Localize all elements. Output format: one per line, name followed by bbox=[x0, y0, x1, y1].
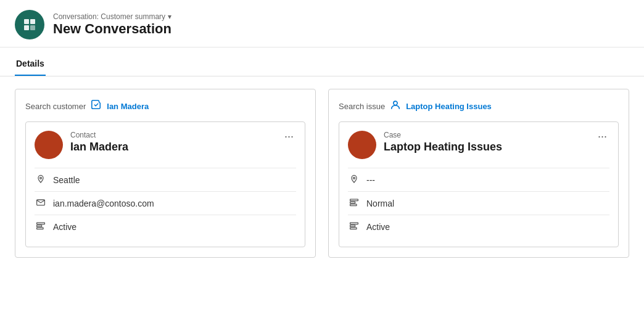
svg-rect-0 bbox=[24, 19, 29, 24]
issue-card-details: --- Normal bbox=[348, 168, 609, 238]
issue-priority-row: Normal bbox=[348, 191, 609, 215]
issue-avatar bbox=[348, 131, 376, 159]
svg-rect-15 bbox=[350, 225, 355, 226]
issue-id-value: --- bbox=[366, 175, 375, 185]
svg-rect-6 bbox=[37, 223, 45, 224]
main-content: Search customer Ian Madera Contact Ian M… bbox=[0, 76, 644, 270]
app-logo bbox=[15, 10, 44, 39]
customer-search-row: Search customer Ian Madera bbox=[25, 99, 305, 113]
location-icon bbox=[35, 174, 47, 186]
issue-card: Case Laptop Heating Issues ··· --- bbox=[339, 121, 619, 247]
svg-rect-2 bbox=[24, 25, 29, 30]
svg-rect-14 bbox=[350, 223, 358, 224]
customer-card-header: Contact Ian Madera ··· bbox=[35, 131, 296, 159]
svg-rect-3 bbox=[30, 25, 35, 30]
chevron-down-icon: ▾ bbox=[168, 12, 171, 21]
customer-card: Contact Ian Madera ··· Seattle bbox=[25, 121, 305, 247]
email-icon bbox=[35, 197, 47, 209]
issue-status-value: Active bbox=[366, 222, 390, 232]
svg-rect-16 bbox=[350, 228, 357, 229]
issue-status-row: Active bbox=[348, 215, 609, 238]
svg-point-9 bbox=[394, 101, 397, 105]
header-title: New Conversation bbox=[53, 21, 171, 37]
customer-panel: Search customer Ian Madera Contact Ian M… bbox=[15, 89, 316, 258]
customer-avatar bbox=[35, 131, 63, 159]
svg-point-10 bbox=[353, 177, 355, 179]
svg-rect-8 bbox=[37, 228, 43, 229]
customer-status-row: Active bbox=[35, 215, 296, 238]
tabs-bar: Details bbox=[0, 52, 644, 76]
issue-priority-value: Normal bbox=[366, 199, 394, 208]
customer-search-label: Search customer bbox=[25, 102, 86, 111]
issue-card-header: Case Laptop Heating Issues ··· bbox=[348, 131, 609, 159]
customer-status-icon bbox=[35, 221, 47, 232]
customer-name: Ian Madera bbox=[70, 141, 282, 154]
case-id-icon bbox=[348, 174, 360, 186]
customer-more-button[interactable]: ··· bbox=[282, 131, 296, 142]
issue-search-row: Search issue Laptop Heating Issues bbox=[339, 99, 619, 113]
header-text-block: Conversation: Customer summary ▾ New Con… bbox=[53, 12, 171, 37]
svg-rect-13 bbox=[350, 204, 357, 205]
customer-search-icon[interactable] bbox=[91, 99, 102, 113]
svg-rect-11 bbox=[350, 199, 358, 200]
tab-details[interactable]: Details bbox=[15, 52, 46, 76]
issue-status-icon bbox=[348, 221, 360, 232]
svg-rect-12 bbox=[350, 202, 355, 203]
issue-id-row: --- bbox=[348, 168, 609, 191]
customer-status-value: Active bbox=[53, 222, 76, 232]
logo-icon bbox=[22, 17, 37, 32]
customer-title-block: Contact Ian Madera bbox=[70, 131, 282, 154]
priority-icon bbox=[348, 197, 360, 209]
issue-more-button[interactable]: ··· bbox=[595, 131, 609, 142]
issue-title-block: Case Laptop Heating Issues bbox=[384, 131, 595, 154]
customer-search-value[interactable]: Ian Madera bbox=[107, 102, 149, 111]
svg-rect-7 bbox=[37, 225, 42, 226]
customer-email-value: ian.madera@contoso.com bbox=[53, 199, 154, 208]
svg-rect-1 bbox=[30, 19, 35, 24]
customer-location-value: Seattle bbox=[53, 175, 80, 185]
customer-location-row: Seattle bbox=[35, 168, 296, 191]
issue-type-label: Case bbox=[384, 131, 595, 139]
header-subtitle[interactable]: Conversation: Customer summary ▾ bbox=[53, 12, 171, 21]
issue-search-icon[interactable] bbox=[390, 99, 401, 113]
subtitle-text: Conversation: Customer summary bbox=[53, 12, 165, 21]
issue-name: Laptop Heating Issues bbox=[384, 141, 595, 154]
issue-search-label: Search issue bbox=[339, 102, 385, 111]
customer-email-row: ian.madera@contoso.com bbox=[35, 191, 296, 215]
issue-panel: Search issue Laptop Heating Issues Case … bbox=[328, 89, 629, 258]
svg-point-4 bbox=[40, 177, 42, 179]
customer-type-label: Contact bbox=[70, 131, 282, 139]
issue-search-value[interactable]: Laptop Heating Issues bbox=[406, 102, 492, 111]
app-header: Conversation: Customer summary ▾ New Con… bbox=[0, 0, 644, 47]
customer-card-details: Seattle ian.madera@contoso.com bbox=[35, 168, 296, 238]
